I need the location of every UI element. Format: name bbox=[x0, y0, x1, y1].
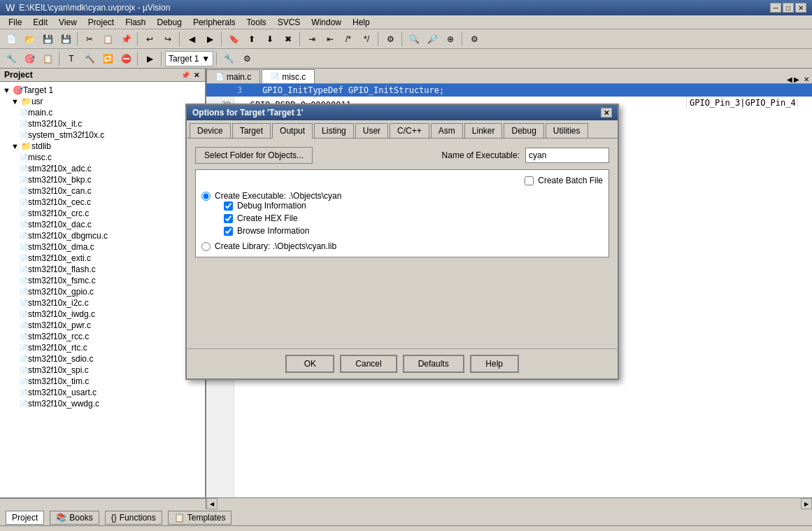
target-options-button[interactable]: 🎯 bbox=[21, 51, 38, 66]
bottom-scrollbar[interactable]: ◀ ▶ bbox=[0, 497, 812, 509]
create-library-radio[interactable] bbox=[201, 242, 211, 251]
dlg-tab-output[interactable]: Output bbox=[272, 123, 313, 139]
tree-item-bkp-c[interactable]: 📄 stm32f10x_bkp.c bbox=[20, 174, 202, 185]
tree-item-usr[interactable]: ▼ 📁 usr bbox=[11, 96, 202, 107]
target-selector[interactable]: Target 1 ▼ bbox=[165, 51, 213, 66]
tree-item-target1[interactable]: ▼ 🎯 Target 1 bbox=[3, 85, 202, 96]
tree-item-rcc-c[interactable]: 📄 stm32f10x_rcc.c bbox=[20, 331, 202, 342]
tools-settings-button[interactable]: ⚙ bbox=[238, 51, 255, 66]
external-tools-button[interactable]: 🔧 bbox=[220, 51, 237, 66]
uncomment-button[interactable]: */ bbox=[358, 31, 375, 47]
tree-item-i2c-c[interactable]: 📄 stm32f10x_i2c.c bbox=[20, 297, 202, 309]
build-all-button[interactable]: 🔨 bbox=[81, 51, 98, 66]
menu-flash[interactable]: Flash bbox=[120, 16, 151, 29]
scroll-right-button[interactable]: ▶ bbox=[801, 498, 812, 509]
outdent-button[interactable]: ⇤ bbox=[322, 31, 339, 47]
browse-info-checkbox[interactable] bbox=[224, 227, 233, 236]
bookmark-button[interactable]: 🔖 bbox=[225, 31, 242, 47]
target-dropdown-icon[interactable]: ▼ bbox=[201, 54, 210, 64]
stop-build-button[interactable]: ⛔ bbox=[117, 51, 134, 66]
dlg-tab-device[interactable]: Device bbox=[190, 123, 231, 138]
tree-item-dbgmcu-c[interactable]: 📄 stm32f10x_dbgmcu.c bbox=[20, 230, 202, 241]
executable-name-input[interactable] bbox=[525, 148, 609, 163]
copy-button[interactable]: 📋 bbox=[99, 31, 116, 47]
build-button[interactable]: ⚙ bbox=[382, 31, 399, 47]
tree-item-adc-c[interactable]: 📄 stm32f10x_adc.c bbox=[20, 163, 202, 174]
tree-item-crc-c[interactable]: 📄 stm32f10x_crc.c bbox=[20, 208, 202, 219]
comment-button[interactable]: /* bbox=[340, 31, 357, 47]
tree-item-spi-c[interactable]: 📄 stm32f10x_spi.c bbox=[20, 364, 202, 376]
nav-forward-button[interactable]: ▶ bbox=[201, 31, 218, 47]
replace-button[interactable]: 🔎 bbox=[424, 31, 441, 47]
tree-item-gpio-c[interactable]: 📄 stm32f10x_gpio.c bbox=[20, 286, 202, 297]
tree-item-it-c[interactable]: 📄 stm32f10x_it.c bbox=[20, 118, 202, 129]
tree-item-tim-c[interactable]: 📄 stm32f10x_tim.c bbox=[20, 376, 202, 387]
ok-button[interactable]: OK bbox=[285, 355, 334, 373]
create-batch-checkbox[interactable] bbox=[525, 176, 534, 185]
dlg-tab-target[interactable]: Target bbox=[232, 123, 271, 138]
open-button[interactable]: 📂 bbox=[21, 31, 38, 47]
redo-button[interactable]: ↪ bbox=[159, 31, 176, 47]
create-executable-radio[interactable] bbox=[201, 192, 211, 201]
new-file-button[interactable]: 📄 bbox=[3, 31, 20, 47]
tab-main-c[interactable]: 📄 main.c bbox=[206, 69, 260, 83]
tree-item-pwr-c[interactable]: 📄 stm32f10x_pwr.c bbox=[20, 320, 202, 331]
bottom-tab-templates[interactable]: 📋 Templates bbox=[168, 511, 232, 525]
dlg-tab-asm[interactable]: Asm bbox=[431, 123, 463, 138]
project-settings-button[interactable]: 🔧 bbox=[3, 51, 20, 66]
save-button[interactable]: 💾 bbox=[39, 31, 56, 47]
tree-item-wwdg-c[interactable]: 📄 stm32f10x_wwdg.c bbox=[20, 398, 202, 409]
help-button[interactable]: Help bbox=[470, 355, 519, 373]
tree-item-stdlib[interactable]: ▼ 📁 stdlib bbox=[11, 141, 202, 152]
scroll-track[interactable] bbox=[218, 498, 801, 509]
tree-item-cec-c[interactable]: 📄 stm32f10x_cec.c bbox=[20, 197, 202, 208]
find-all-button[interactable]: ⊕ bbox=[442, 31, 459, 47]
create-hex-checkbox[interactable] bbox=[224, 214, 233, 223]
rebuild-button[interactable]: 🔁 bbox=[99, 51, 116, 66]
menu-debug[interactable]: Debug bbox=[152, 16, 187, 29]
manage-button[interactable]: 📋 bbox=[39, 51, 56, 66]
dlg-tab-debug[interactable]: Debug bbox=[504, 123, 543, 138]
minimize-button[interactable]: ─ bbox=[770, 3, 781, 13]
menu-edit[interactable]: Edit bbox=[27, 16, 53, 29]
tree-item-exti-c[interactable]: 📄 stm32f10x_exti.c bbox=[20, 253, 202, 264]
tree-item-main-c[interactable]: 📄 main.c bbox=[20, 107, 202, 118]
undo-button[interactable]: ↩ bbox=[141, 31, 158, 47]
panel-pin-button[interactable]: 📌 bbox=[180, 71, 191, 79]
scroll-left-button[interactable]: ◀ bbox=[206, 498, 218, 509]
nav-back-button[interactable]: ◀ bbox=[183, 31, 200, 47]
tree-item-system-c[interactable]: 📄 system_stm32f10x.c bbox=[20, 129, 202, 141]
bottom-tab-books[interactable]: 📚 Books bbox=[50, 511, 99, 525]
h-scroll-track[interactable]: ◀ ▶ bbox=[206, 497, 812, 509]
menu-view[interactable]: View bbox=[53, 16, 83, 29]
tree-item-dac-c[interactable]: 📄 stm32f10x_dac.c bbox=[20, 219, 202, 230]
menu-project[interactable]: Project bbox=[83, 16, 120, 29]
menu-window[interactable]: Window bbox=[306, 16, 347, 29]
tree-item-rtc-c[interactable]: 📄 stm32f10x_rtc.c bbox=[20, 342, 202, 353]
menu-peripherals[interactable]: Peripherals bbox=[187, 16, 241, 29]
tree-item-can-c[interactable]: 📄 stm32f10x_can.c bbox=[20, 185, 202, 197]
tree-item-iwdg-c[interactable]: 📄 stm32f10x_iwdg.c bbox=[20, 309, 202, 320]
maximize-button[interactable]: □ bbox=[783, 3, 794, 13]
select-folder-button[interactable]: Select Folder for Objects... bbox=[195, 147, 313, 164]
menu-file[interactable]: File bbox=[3, 16, 27, 29]
debug-start-button[interactable]: ▶ bbox=[141, 51, 158, 66]
prev-bookmark-button[interactable]: ⬆ bbox=[243, 31, 260, 47]
dlg-tab-utilities[interactable]: Utilities bbox=[546, 123, 588, 138]
dlg-tab-user[interactable]: User bbox=[355, 123, 388, 138]
debug-info-checkbox[interactable] bbox=[224, 201, 233, 211]
tree-item-flash-c[interactable]: 📄 stm32f10x_flash.c bbox=[20, 264, 202, 275]
tree-item-usart-c[interactable]: 📄 stm32f10x_usart.c bbox=[20, 387, 202, 398]
bottom-tab-functions[interactable]: {} Functions bbox=[105, 511, 162, 525]
save-all-button[interactable]: 💾 bbox=[57, 31, 74, 47]
settings-button[interactable]: ⚙ bbox=[466, 31, 483, 47]
menu-help[interactable]: Help bbox=[347, 16, 376, 29]
dlg-tab-listing[interactable]: Listing bbox=[314, 123, 354, 138]
clear-bookmarks-button[interactable]: ✖ bbox=[280, 31, 297, 47]
cancel-button[interactable]: Cancel bbox=[340, 355, 397, 373]
close-button[interactable]: ✕ bbox=[795, 3, 806, 13]
find-button[interactable]: 🔍 bbox=[406, 31, 422, 47]
panel-close-button[interactable]: ✕ bbox=[192, 71, 201, 79]
translate-button[interactable]: T bbox=[63, 51, 80, 66]
tab-nav-left[interactable]: ◀ bbox=[787, 76, 792, 83]
